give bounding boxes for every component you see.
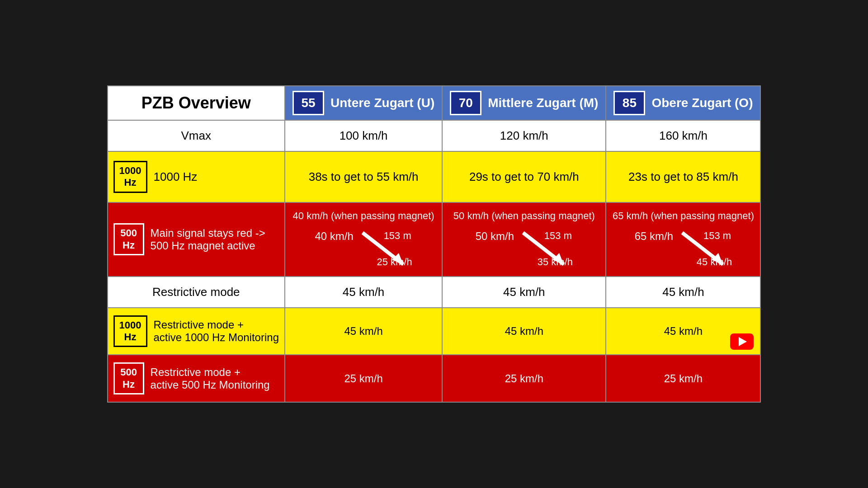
- restrictive-1000-label-2: active 1000 Hz Monitoring: [154, 331, 279, 344]
- col-label-m: Mittlere Zugart (M): [488, 96, 598, 110]
- hz500-o-top: 65 km/h (when passing magnet): [612, 210, 755, 222]
- restrictive-1000-label-cell: 1000Hz Restrictive mode + active 1000 Hz…: [108, 308, 285, 355]
- hz500-o-distance: 153 m: [703, 230, 731, 242]
- badge-85: 85: [613, 91, 645, 115]
- hz500-o-cell: 65 km/h (when passing magnet) 65 km/h 15…: [606, 202, 760, 277]
- restrictive-1000-m: 45 km/h: [442, 308, 606, 355]
- col-label-o: Obere Zugart (O): [651, 96, 753, 110]
- hz500-o-from: 65 km/h: [635, 228, 673, 243]
- youtube-icon: [730, 333, 754, 350]
- restrictive-1000-o: 45 km/h: [606, 308, 760, 355]
- restrictive-500-u: 25 km/h: [285, 355, 442, 402]
- restrictive-1000-row: 1000Hz Restrictive mode + active 1000 Hz…: [108, 308, 761, 355]
- hz500-label-1: Main signal stays red ->: [151, 227, 265, 239]
- hz500-m-cell: 50 km/h (when passing magnet) 50 km/h 15…: [442, 202, 606, 277]
- hz1000-u: 38s to get to 55 km/h: [285, 151, 442, 202]
- restrictive-1000-label-1: Restrictive mode +: [154, 319, 279, 331]
- hz500-u-distance: 153 m: [384, 230, 411, 242]
- hz500-row: 500Hz Main signal stays red -> 500 Hz ma…: [108, 202, 761, 277]
- col-header-m: 70 Mittlere Zugart (M): [442, 86, 606, 120]
- restrictive-u: 45 km/h: [285, 277, 442, 308]
- restrictive-m: 45 km/h: [442, 277, 606, 308]
- restrictive-label: Restrictive mode: [108, 277, 285, 308]
- vmax-u: 100 km/h: [285, 120, 442, 151]
- hz500-m-from: 50 km/h: [476, 228, 514, 243]
- hz1000-monitor-badge: 1000Hz: [113, 315, 147, 347]
- hz500-monitor-badge: 500Hz: [113, 362, 144, 394]
- hz1000-m: 29s to get to 70 km/h: [442, 151, 606, 202]
- hz1000-label: 1000 Hz: [154, 170, 198, 184]
- hz1000-badge: 1000Hz: [113, 161, 147, 193]
- hz500-badge: 500Hz: [113, 223, 144, 255]
- hz1000-row: 1000Hz 1000 Hz 38s to get to 55 km/h 29s…: [108, 151, 761, 202]
- restrictive-500-label-2: active 500 Hz Monitoring: [151, 379, 270, 391]
- restrictive-500-o: 25 km/h: [606, 355, 760, 402]
- vmax-o: 160 km/h: [606, 120, 760, 151]
- hz500-u-cell: 40 km/h (when passing magnet) 40 km/h 15…: [285, 202, 442, 277]
- hz1000-label-cell: 1000Hz 1000 Hz: [108, 151, 285, 202]
- restrictive-o: 45 km/h: [606, 277, 760, 308]
- hz500-m-to: 35 km/h: [538, 256, 573, 268]
- hz1000-o: 23s to get to 85 km/h: [606, 151, 760, 202]
- hz500-u-to: 25 km/h: [377, 256, 412, 268]
- hz500-label-cell: 500Hz Main signal stays red -> 500 Hz ma…: [108, 202, 285, 277]
- restrictive-500-label-cell: 500Hz Restrictive mode + active 500 Hz M…: [108, 355, 285, 402]
- badge-55: 55: [292, 91, 324, 115]
- hz500-m-top: 50 km/h (when passing magnet): [448, 210, 600, 222]
- table-title: PZB Overview: [108, 86, 285, 120]
- col-header-u: 55 Untere Zugart (U): [285, 86, 442, 120]
- badge-70: 70: [450, 91, 481, 115]
- vmax-row: Vmax 100 km/h 120 km/h 160 km/h: [108, 120, 761, 151]
- restrictive-500-label-1: Restrictive mode +: [151, 366, 270, 379]
- hz500-label-2: 500 Hz magnet active: [151, 239, 265, 252]
- vmax-label: Vmax: [108, 120, 285, 151]
- hz500-m-distance: 153 m: [544, 230, 572, 242]
- vmax-m: 120 km/h: [442, 120, 606, 151]
- hz500-o-to: 45 km/h: [697, 256, 732, 268]
- hz500-u-from: 40 km/h: [315, 228, 353, 243]
- restrictive-500-m: 25 km/h: [442, 355, 606, 402]
- col-header-o: 85 Obere Zugart (O): [606, 86, 760, 120]
- restrictive-1000-u: 45 km/h: [285, 308, 442, 355]
- restrictive-500-row: 500Hz Restrictive mode + active 500 Hz M…: [108, 355, 761, 402]
- pzb-overview-table: PZB Overview 55 Untere Zugart (U) 70 Mit…: [107, 85, 761, 403]
- col-label-u: Untere Zugart (U): [330, 96, 434, 110]
- hz500-u-top: 40 km/h (when passing magnet): [291, 210, 436, 222]
- restrictive-row: Restrictive mode 45 km/h 45 km/h 45 km/h: [108, 277, 761, 308]
